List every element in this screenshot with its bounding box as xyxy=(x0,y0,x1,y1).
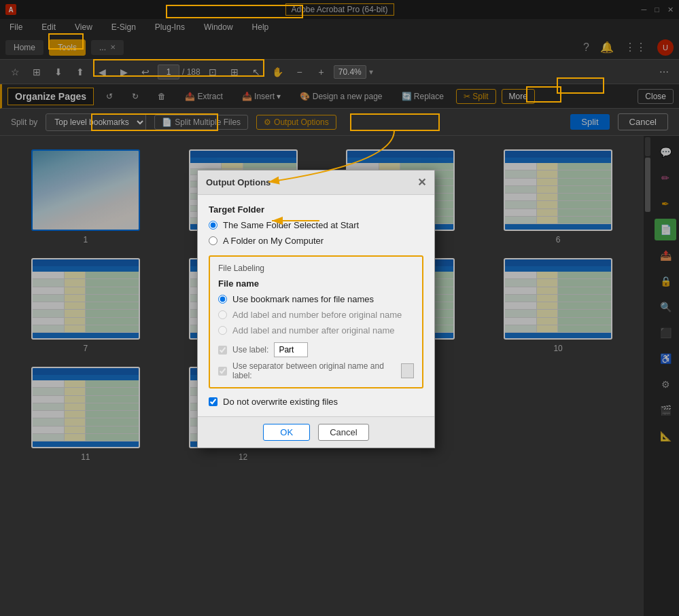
file-labeling-title: File Labeling xyxy=(218,264,414,273)
radio-my-computer-input[interactable] xyxy=(209,236,217,245)
radio-same-folder-label: The Same Folder Selected at Start xyxy=(223,220,359,230)
radio-add-after[interactable]: Add label and number after original name xyxy=(218,325,414,336)
use-separator-checkbox-wrap[interactable]: Use separator between original name and … xyxy=(218,361,396,380)
use-separator-row: Use separator between original name and … xyxy=(218,361,414,380)
use-label-checkbox-wrap[interactable]: Use label: xyxy=(218,345,268,355)
radio-use-bookmark[interactable]: Use bookmark names for file names xyxy=(218,294,414,304)
label-value-input[interactable] xyxy=(274,342,308,357)
use-label-row: Use label: xyxy=(218,342,414,357)
separator-value-input[interactable] xyxy=(401,363,414,378)
radio-my-computer-label: A Folder on My Computer xyxy=(223,236,324,246)
target-folder-title: Target Folder xyxy=(209,204,423,215)
radio-same-folder-input[interactable] xyxy=(209,221,217,230)
modal-close-button[interactable]: ✕ xyxy=(417,176,426,189)
overwrite-checkbox[interactable] xyxy=(209,397,217,406)
output-options-dialog: Output Options ✕ Target Folder The Same … xyxy=(197,170,435,448)
modal-overlay: Output Options ✕ Target Folder The Same … xyxy=(0,0,679,616)
file-name-radio-group: Use bookmark names for file names Add la… xyxy=(218,294,414,336)
use-label-checkbox[interactable] xyxy=(218,346,227,355)
use-label-text: Use label: xyxy=(232,345,268,355)
target-folder-radio-group: The Same Folder Selected at Start A Fold… xyxy=(209,220,423,246)
radio-add-before-input[interactable] xyxy=(218,310,227,319)
overwrite-label: Do not overwrite existing files xyxy=(223,397,338,407)
file-name-title: File name xyxy=(218,278,414,289)
radio-add-before-label: Add label and number before original nam… xyxy=(232,310,402,320)
use-separator-checkbox[interactable] xyxy=(218,367,227,376)
modal-cancel-button[interactable]: Cancel xyxy=(318,424,368,441)
overwrite-checkbox-wrap[interactable]: Do not overwrite existing files xyxy=(209,397,423,407)
radio-add-after-input[interactable] xyxy=(218,326,227,335)
use-separator-text: Use separator between original name and … xyxy=(232,361,396,380)
modal-title-bar: Output Options ✕ xyxy=(198,170,434,195)
modal-footer: OK Cancel xyxy=(198,416,434,448)
radio-use-bookmark-label: Use bookmark names for file names xyxy=(232,294,374,304)
radio-add-after-label: Add label and number after original name xyxy=(232,325,394,336)
file-labeling-box: File Labeling File name Use bookmark nam… xyxy=(209,255,423,388)
radio-use-bookmark-input[interactable] xyxy=(218,295,227,304)
modal-body: Target Folder The Same Folder Selected a… xyxy=(198,195,434,416)
radio-my-computer[interactable]: A Folder on My Computer xyxy=(209,236,423,246)
radio-same-folder[interactable]: The Same Folder Selected at Start xyxy=(209,220,423,230)
modal-title-text: Output Options xyxy=(206,177,271,187)
modal-ok-button[interactable]: OK xyxy=(263,424,310,441)
radio-add-before[interactable]: Add label and number before original nam… xyxy=(218,310,414,320)
